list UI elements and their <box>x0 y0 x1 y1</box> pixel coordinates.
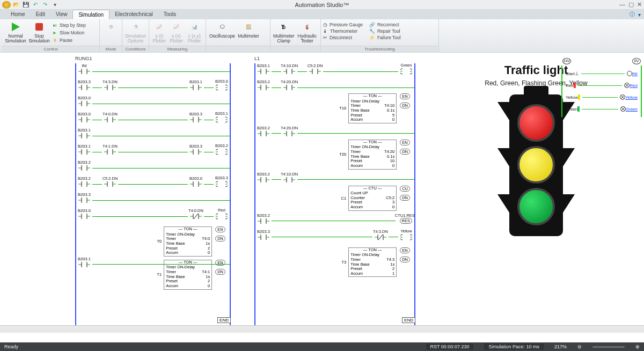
contact[interactable]: B203.2 <box>258 84 269 91</box>
zoom-in-icon[interactable]: ⊕ <box>635 344 640 349</box>
output-coil[interactable]: B203.3 <box>216 180 228 188</box>
multimeter-button[interactable]: 🧮Multimeter <box>237 21 260 39</box>
contact[interactable]: B203.1 <box>190 84 202 91</box>
yx-plotter-button[interactable]: 📈y (x) Plotter <box>169 21 185 43</box>
contact[interactable]: B203.3 <box>78 197 90 203</box>
contact[interactable]: T4:1.DN <box>104 149 116 155</box>
contact[interactable]: B203.3 <box>258 234 269 240</box>
tab-tools[interactable]: Tools <box>158 10 181 19</box>
contact[interactable]: B203.3 <box>190 116 202 123</box>
rung[interactable]: B203.1 <box>76 128 230 144</box>
qat-dropdown-icon[interactable]: ▾ <box>50 1 59 9</box>
ribbon-dropdown-icon[interactable]: ▾ <box>638 12 641 18</box>
contact[interactable]: B203.1 <box>78 133 90 139</box>
contact[interactable]: T4:20.DN <box>283 130 295 137</box>
disconnect-button[interactable]: ✂Disconnect <box>323 35 363 40</box>
multimeter-clamp-button[interactable]: 🗜Multimeter Clamp <box>273 21 295 43</box>
output-coil[interactable]: B203.0 <box>216 84 228 91</box>
pause-button[interactable]: ⏸Pause <box>52 37 86 43</box>
contact[interactable]: B203.0 <box>78 213 90 220</box>
instruction-ton[interactable]: — TON —Timer ON-DelayTimerT4:20Time Base… <box>348 140 397 170</box>
rung[interactable]: B203.1 <box>76 257 230 273</box>
output-coil[interactable]: Red <box>216 213 228 220</box>
rung[interactable]: B203.0T4:0.DNB203.3B203.1 <box>76 112 230 128</box>
contact[interactable]: B203.3 <box>78 84 90 91</box>
window-maximize-icon[interactable]: ▢ <box>628 1 634 8</box>
rung[interactable]: B203.1T4:10.DNC5:2.DNGreen <box>255 63 414 79</box>
rung[interactable]: B203.1T4:1.DNB203.3B203.2 <box>76 144 230 160</box>
oscilloscope-button[interactable]: 🖵Oscilloscope <box>208 21 236 39</box>
rung[interactable]: B203.3T4:3.DNYellow <box>255 229 414 245</box>
rung[interactable]: B203.0T4:0.DNRed <box>76 208 230 224</box>
rung[interactable]: B203.2CTU1.RESRES <box>255 213 414 229</box>
rung[interactable]: B203.2T4:10.DN <box>255 172 414 188</box>
tab-edit[interactable]: Edit <box>31 10 50 19</box>
rung[interactable]: B203.2T4:20.DN <box>255 126 414 142</box>
qat-logo-icon[interactable] <box>2 1 11 9</box>
diagram-canvas[interactable]: RUNG1 INIB203.3T4:3.DNB203.1B203.0B203.0… <box>0 53 644 333</box>
thermometer-button[interactable]: 🌡Thermometer <box>323 28 363 34</box>
contact[interactable]: B203.1 <box>258 68 269 75</box>
rung[interactable]: B203.2C5:2.DNB203.0B203.3 <box>76 176 230 192</box>
qat-save-icon[interactable]: 💾 <box>21 1 30 9</box>
contact[interactable]: C5:2.DN <box>309 68 321 75</box>
contact[interactable]: B203.0 <box>190 181 202 187</box>
window-minimize-icon[interactable]: — <box>619 1 625 8</box>
contact[interactable]: B203.2 <box>258 130 269 137</box>
tab-electrotechnical[interactable]: Electrotechnical <box>109 10 158 19</box>
contact[interactable]: B203.2 <box>258 177 269 183</box>
yt-plotter-button[interactable]: 📈y (t) Plotter <box>151 21 167 43</box>
contact[interactable]: B203.2 <box>78 165 90 171</box>
contact[interactable]: B203.1 <box>78 149 90 155</box>
mode-button[interactable]: ⚙ <box>102 21 120 33</box>
contact[interactable]: B203.0 <box>78 116 90 123</box>
contact[interactable]: C5:2.DN <box>104 181 116 187</box>
qat-redo-icon[interactable]: ↷ <box>41 1 49 9</box>
tab-simulation[interactable]: Simulation <box>72 10 109 19</box>
hydraulic-tester-button[interactable]: 🧯Hydraulic Tester <box>296 21 319 43</box>
contact[interactable]: T4:20.DN <box>283 84 295 91</box>
ctu-reset[interactable]: CTU1.RESRES <box>398 218 412 224</box>
normal-simulation-button[interactable]: Normal Simulation <box>4 21 27 43</box>
contact[interactable]: T4:0.DN <box>190 213 202 220</box>
instruction-ton[interactable]: — TON —Timer ON-DelayTimerT4:0Time Base1… <box>164 226 212 257</box>
contact[interactable]: T4:0.DN <box>104 116 116 123</box>
contact[interactable]: B203.0 <box>78 100 90 107</box>
slow-motion-button[interactable]: ►Slow Motion <box>52 30 86 36</box>
output-coil[interactable]: B203.2 <box>216 148 228 156</box>
contact[interactable]: B203.1 <box>78 261 90 268</box>
repair-tool-button[interactable]: 🔧Repair Tool <box>369 28 401 34</box>
qat-undo-icon[interactable]: ↶ <box>31 1 40 9</box>
contact[interactable]: B203.3 <box>190 149 202 155</box>
rung[interactable]: B203.2T4:20.DN <box>255 79 414 96</box>
output-coil[interactable]: Yellow <box>400 233 412 241</box>
stop-simulation-button[interactable]: Stop Simulation <box>28 21 50 43</box>
horizontal-scrollbar[interactable] <box>0 325 644 333</box>
zoom-out-icon[interactable]: ⊖ <box>577 344 582 349</box>
instruction-ton[interactable]: — TON —Timer ON-DelayTimerT4:10Time Base… <box>348 93 397 123</box>
instruction-ton[interactable]: — TON —Timer ON-DelayTimerT4:3Time Base1… <box>348 247 397 277</box>
step-by-step-button[interactable]: ⏯Step by Step <box>52 22 86 28</box>
output-coil[interactable]: Green <box>400 68 412 75</box>
ladder2-rails[interactable]: B203.1T4:10.DNC5:2.DNGreenB203.2T4:20.DN… <box>254 63 415 326</box>
rung[interactable]: INI <box>76 63 230 79</box>
rung[interactable]: B203.2 <box>76 160 230 176</box>
tab-view[interactable]: View <box>50 10 73 19</box>
contact[interactable]: T4:3.DN <box>104 84 116 91</box>
pressure-gauge-button[interactable]: ◷Pressure Gauge <box>323 22 363 27</box>
rung[interactable]: B203.3 <box>76 192 230 208</box>
contact[interactable]: T4:3.DN <box>375 234 386 240</box>
reconnect-button[interactable]: 🔗Reconnect <box>369 22 401 27</box>
contact[interactable]: B203.2 <box>78 181 90 187</box>
contact[interactable]: T4:10.DN <box>283 177 295 183</box>
help-icon[interactable]: ⓘ <box>630 11 635 18</box>
output-coil[interactable]: B203.1 <box>216 116 228 123</box>
qat-open-icon[interactable]: 📂 <box>12 1 20 9</box>
window-close-icon[interactable]: ✕ <box>637 1 642 8</box>
zxy-plotter-button[interactable]: 📊z (x,y) Plotter <box>185 21 203 43</box>
contact[interactable]: INI <box>78 68 90 75</box>
failure-tool-button[interactable]: ⚡Failure Tool <box>369 35 401 40</box>
ladder1-rails[interactable]: INIB203.3T4:3.DNB203.1B203.0B203.0B203.0… <box>75 63 231 326</box>
instruction-ctu[interactable]: — CTU —Count UPCounterC5:2Preset3Accum0 <box>348 186 397 211</box>
tab-home[interactable]: Home <box>5 10 31 19</box>
